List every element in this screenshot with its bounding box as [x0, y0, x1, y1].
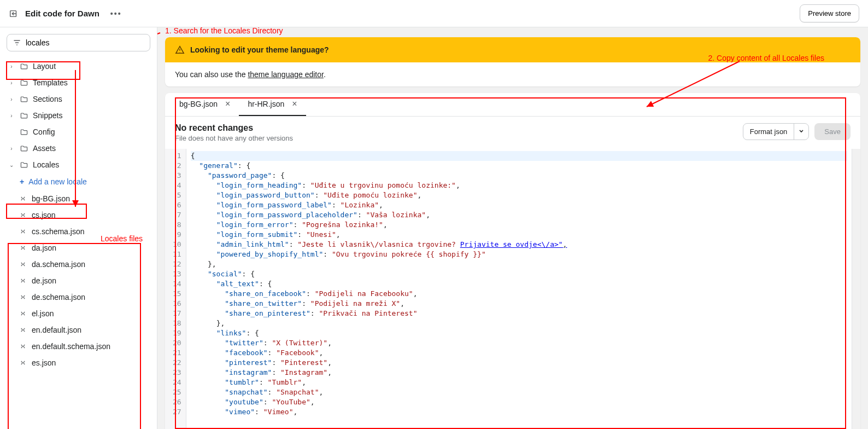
preview-store-button[interactable]: Preview store — [800, 4, 859, 22]
locale-file-item[interactable]: es.json — [13, 355, 155, 371]
annotation-arrow-1a — [157, 32, 163, 70]
code-line: "share_on_facebook": "Podijeli na Facebo… — [191, 289, 847, 299]
search-input[interactable] — [26, 38, 144, 47]
locale-file-item[interactable]: en.default.json — [13, 322, 155, 338]
chevron-down-icon[interactable] — [794, 124, 808, 140]
sidebar: ›Layout›Templates›Sections›SnippetsConfi… — [0, 27, 157, 429]
sidebar-folder-layout[interactable]: ›Layout — [2, 58, 155, 74]
chevron-right-icon: › — [8, 96, 15, 102]
chevron-right-icon: › — [8, 80, 15, 86]
alert-banner: Looking to edit your theme language? — [165, 37, 860, 62]
warning-icon — [175, 45, 185, 55]
code-line: { — [191, 151, 847, 161]
chevron-right-icon: › — [8, 113, 15, 119]
locale-file-item[interactable]: bg-BG.json — [13, 190, 155, 207]
sidebar-folder-locales[interactable]: ⌄Locales — [2, 156, 155, 173]
editor-status-title: No recent changes — [175, 123, 293, 133]
code-line: "social": { — [191, 269, 847, 279]
locale-file-item[interactable]: de.json — [13, 273, 155, 289]
chevron-right-icon: › — [8, 63, 15, 69]
code-line: "admin_link_html": "Jeste li vlasnik\/vl… — [191, 240, 847, 250]
theme-language-editor-link[interactable]: theme language editor — [248, 70, 324, 79]
code-editor[interactable]: 1234567891011121314151617181920212223242… — [165, 149, 860, 429]
code-line: "instagram": "Instagram", — [191, 368, 847, 378]
code-line: "login_form_submit": "Unesi", — [191, 230, 847, 240]
code-line: "general": { — [191, 161, 847, 171]
chevron-right-icon: › — [8, 146, 15, 152]
code-line: "login_form_error": "Pogrešna lozinka!", — [191, 220, 847, 230]
save-button[interactable]: Save — [814, 123, 851, 140]
locale-file-item[interactable]: cs.schema.json — [13, 223, 155, 240]
code-line: "tumblr": "Tumblr", — [191, 378, 847, 387]
code-line: "login_form_password_placeholder": "Vaša… — [191, 210, 847, 220]
sidebar-folder-config[interactable]: Config — [2, 124, 155, 140]
tabs: bg-BG.json×hr-HR.json× — [165, 93, 860, 117]
code-line: "login_form_password_label": "Lozinka", — [191, 200, 847, 210]
sidebar-folder-templates[interactable]: ›Templates — [2, 74, 155, 91]
add-new-locale-link[interactable]: +Add a new locale — [2, 173, 155, 190]
chevron-down-icon: ⌄ — [8, 162, 15, 168]
locale-file-item[interactable]: el.json — [13, 305, 155, 322]
code-line: }, — [191, 318, 847, 328]
editor-status-subtitle: File does not have any other versions — [175, 134, 293, 142]
filter-icon — [13, 38, 21, 47]
search-box[interactable] — [7, 34, 150, 51]
locale-file-item[interactable]: de.schema.json — [13, 289, 155, 305]
code-line: "facebook": "Facebook", — [191, 348, 847, 358]
sidebar-folder-sections[interactable]: ›Sections — [2, 91, 155, 107]
code-content[interactable]: { "general": { "password_page": { "login… — [186, 149, 852, 429]
locale-file-item[interactable]: en.default.schema.json — [13, 338, 155, 355]
locale-file-item[interactable]: da.schema.json — [13, 256, 155, 273]
locale-file-item[interactable]: cs.json — [13, 207, 155, 223]
code-line: "share_on_twitter": "Podijeli na mreži X… — [191, 299, 847, 309]
code-line: "vimeo": "Vimeo", — [191, 407, 847, 417]
code-line: "password_page": { — [191, 171, 847, 181]
code-line: "login_form_heading": "Uđite u trgovinu … — [191, 181, 847, 190]
more-button[interactable]: ••• — [106, 7, 126, 20]
annotation-step1: 1. Search for the Locales Directory — [165, 27, 283, 35]
alert-heading: Looking to edit your theme language? — [190, 45, 329, 54]
code-line: "share_on_pinterest": "Prikvači na Pinte… — [191, 309, 847, 318]
topbar: Edit code for Dawn ••• Preview store — [0, 0, 868, 27]
editor-card: bg-BG.json×hr-HR.json× No recent changes… — [165, 93, 860, 429]
code-line: "alt_text": { — [191, 279, 847, 289]
tab-hr-HR-json[interactable]: hr-HR.json× — [239, 93, 306, 116]
line-gutter: 1234567891011121314151617181920212223242… — [165, 149, 186, 429]
vertical-scrollbar[interactable] — [852, 149, 860, 429]
tab-bg-BG-json[interactable]: bg-BG.json× — [171, 93, 239, 116]
code-line: }, — [191, 259, 847, 269]
code-line: "powered_by_shopify_html": "Ovu trgovinu… — [191, 250, 847, 259]
locale-file-item[interactable]: da.json — [13, 240, 155, 256]
sidebar-folder-assets[interactable]: ›Assets — [2, 140, 155, 156]
close-icon[interactable]: × — [292, 100, 297, 108]
exit-icon[interactable] — [9, 9, 19, 19]
code-line: "twitter": "X (Twitter)", — [191, 338, 847, 348]
code-line: "login_password_button": "Uđite pomoću l… — [191, 190, 847, 200]
code-line: "youtube": "YouTube", — [191, 397, 847, 407]
sidebar-folder-snippets[interactable]: ›Snippets — [2, 107, 155, 124]
code-line: "pinterest": "Pinterest", — [191, 358, 847, 368]
code-line: "snapchat": "Snapchat", — [191, 387, 847, 397]
alert-container: Looking to edit your theme language? You… — [165, 37, 860, 86]
plus-icon: + — [20, 177, 24, 186]
content-area: 1. Search for the Locales Directory Look… — [157, 27, 868, 429]
code-line: "links": { — [191, 328, 847, 338]
format-json-button[interactable]: Format json — [743, 123, 810, 140]
page-title: Edit code for Dawn — [25, 9, 99, 18]
alert-sub: You can also use the theme language edit… — [165, 62, 860, 86]
close-icon[interactable]: × — [225, 100, 230, 108]
